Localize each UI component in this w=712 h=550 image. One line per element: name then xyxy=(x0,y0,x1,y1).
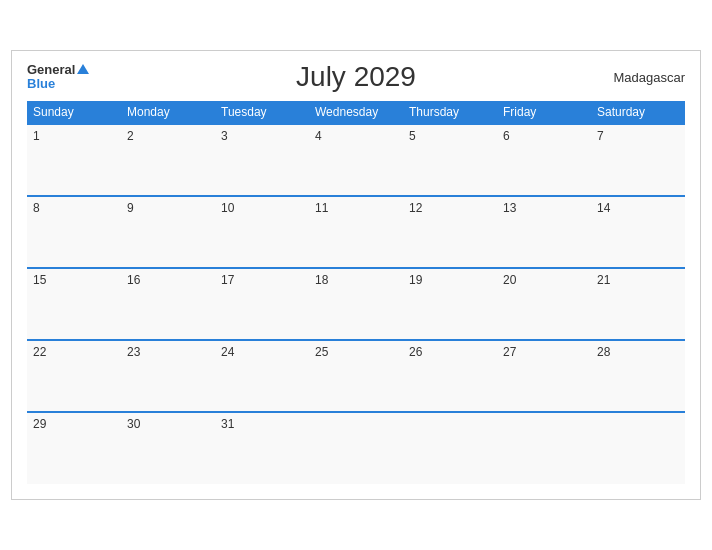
calendar-cell: 15 xyxy=(27,268,121,340)
calendar-cell: 24 xyxy=(215,340,309,412)
header-thursday: Thursday xyxy=(403,101,497,124)
day-number: 31 xyxy=(221,417,234,431)
calendar-cell: 14 xyxy=(591,196,685,268)
calendar-container: General Blue July 2029 Madagascar Sunday… xyxy=(11,50,701,500)
calendar-cell: 8 xyxy=(27,196,121,268)
day-number: 4 xyxy=(315,129,322,143)
calendar-cell: 7 xyxy=(591,124,685,196)
calendar-thead: Sunday Monday Tuesday Wednesday Thursday… xyxy=(27,101,685,124)
calendar-cell: 4 xyxy=(309,124,403,196)
day-number: 3 xyxy=(221,129,228,143)
calendar-cell xyxy=(497,412,591,484)
header-wednesday: Wednesday xyxy=(309,101,403,124)
day-number: 6 xyxy=(503,129,510,143)
day-number: 10 xyxy=(221,201,234,215)
calendar-week-row: 891011121314 xyxy=(27,196,685,268)
day-number: 21 xyxy=(597,273,610,287)
calendar-body: 1234567891011121314151617181920212223242… xyxy=(27,124,685,484)
calendar-cell: 27 xyxy=(497,340,591,412)
calendar-cell: 26 xyxy=(403,340,497,412)
calendar-cell: 9 xyxy=(121,196,215,268)
calendar-cell: 6 xyxy=(497,124,591,196)
weekday-header-row: Sunday Monday Tuesday Wednesday Thursday… xyxy=(27,101,685,124)
day-number: 14 xyxy=(597,201,610,215)
calendar-cell: 12 xyxy=(403,196,497,268)
day-number: 7 xyxy=(597,129,604,143)
logo: General Blue xyxy=(27,63,89,92)
day-number: 16 xyxy=(127,273,140,287)
logo-general-text: General xyxy=(27,63,89,77)
day-number: 2 xyxy=(127,129,134,143)
day-number: 28 xyxy=(597,345,610,359)
day-number: 20 xyxy=(503,273,516,287)
header-friday: Friday xyxy=(497,101,591,124)
calendar-cell: 22 xyxy=(27,340,121,412)
calendar-cell: 29 xyxy=(27,412,121,484)
day-number: 30 xyxy=(127,417,140,431)
header-monday: Monday xyxy=(121,101,215,124)
calendar-cell: 21 xyxy=(591,268,685,340)
day-number: 5 xyxy=(409,129,416,143)
calendar-cell xyxy=(403,412,497,484)
calendar-cell: 23 xyxy=(121,340,215,412)
calendar-week-row: 15161718192021 xyxy=(27,268,685,340)
calendar-cell: 31 xyxy=(215,412,309,484)
calendar-cell: 17 xyxy=(215,268,309,340)
calendar-cell: 25 xyxy=(309,340,403,412)
calendar-title: July 2029 xyxy=(296,61,416,93)
calendar-cell: 10 xyxy=(215,196,309,268)
calendar-cell: 1 xyxy=(27,124,121,196)
header-tuesday: Tuesday xyxy=(215,101,309,124)
calendar-cell: 13 xyxy=(497,196,591,268)
day-number: 19 xyxy=(409,273,422,287)
day-number: 12 xyxy=(409,201,422,215)
day-number: 24 xyxy=(221,345,234,359)
day-number: 27 xyxy=(503,345,516,359)
calendar-week-row: 22232425262728 xyxy=(27,340,685,412)
calendar-cell: 11 xyxy=(309,196,403,268)
calendar-week-row: 293031 xyxy=(27,412,685,484)
day-number: 18 xyxy=(315,273,328,287)
day-number: 15 xyxy=(33,273,46,287)
calendar-cell: 2 xyxy=(121,124,215,196)
day-number: 13 xyxy=(503,201,516,215)
calendar-cell xyxy=(591,412,685,484)
calendar-header: General Blue July 2029 Madagascar xyxy=(27,61,685,93)
calendar-cell: 16 xyxy=(121,268,215,340)
calendar-cell: 19 xyxy=(403,268,497,340)
day-number: 9 xyxy=(127,201,134,215)
day-number: 8 xyxy=(33,201,40,215)
day-number: 22 xyxy=(33,345,46,359)
day-number: 17 xyxy=(221,273,234,287)
calendar-table: Sunday Monday Tuesday Wednesday Thursday… xyxy=(27,101,685,484)
calendar-cell: 5 xyxy=(403,124,497,196)
calendar-cell: 30 xyxy=(121,412,215,484)
header-sunday: Sunday xyxy=(27,101,121,124)
calendar-cell: 20 xyxy=(497,268,591,340)
logo-blue-text: Blue xyxy=(27,77,55,91)
day-number: 29 xyxy=(33,417,46,431)
calendar-cell: 28 xyxy=(591,340,685,412)
day-number: 1 xyxy=(33,129,40,143)
day-number: 26 xyxy=(409,345,422,359)
day-number: 11 xyxy=(315,201,328,215)
calendar-cell xyxy=(309,412,403,484)
calendar-cell: 18 xyxy=(309,268,403,340)
country-label: Madagascar xyxy=(613,70,685,85)
header-saturday: Saturday xyxy=(591,101,685,124)
day-number: 25 xyxy=(315,345,328,359)
logo-triangle-icon xyxy=(77,64,89,74)
calendar-cell: 3 xyxy=(215,124,309,196)
calendar-week-row: 1234567 xyxy=(27,124,685,196)
day-number: 23 xyxy=(127,345,140,359)
